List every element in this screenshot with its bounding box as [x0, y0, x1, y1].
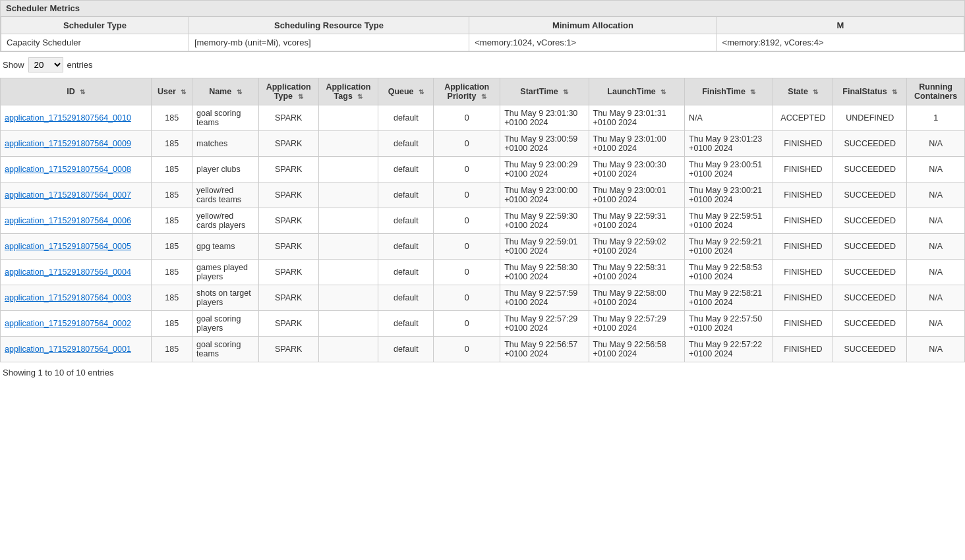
col-header-launchtime[interactable]: LaunchTime ⇅ [589, 78, 685, 105]
applications-table: ID ⇅ User ⇅ Name ⇅ Application Type ⇅ Ap… [0, 78, 965, 362]
scheduler-info-table: Scheduler Type Scheduling Resource Type … [1, 16, 964, 51]
application-link[interactable]: application_1715291807564_0005 [5, 242, 131, 251]
table-cell: Thu May 9 22:59:01 +0100 2024 [500, 234, 589, 260]
table-cell [318, 260, 378, 285]
col-header-state[interactable]: State ⇅ [773, 78, 833, 105]
table-cell: yellow/red cards players [192, 208, 259, 234]
max-allocation-value: <memory:8192, vCores:4> [716, 34, 964, 51]
col-header-apppriority[interactable]: Application Priority ⇅ [434, 78, 500, 105]
table-cell: 0 [434, 311, 500, 337]
col-header-id[interactable]: ID ⇅ [1, 78, 152, 105]
table-cell: Thu May 9 22:58:30 +0100 2024 [500, 260, 589, 285]
table-cell: 0 [434, 105, 500, 131]
table-cell: goal scoring players [192, 311, 259, 337]
application-link[interactable]: application_1715291807564_0001 [5, 345, 131, 354]
queue-sort-icon: ⇅ [419, 88, 424, 96]
col-header-finishtime[interactable]: FinishTime ⇅ [685, 78, 773, 105]
table-cell: Thu May 9 23:00:29 +0100 2024 [500, 157, 589, 182]
application-link[interactable]: application_1715291807564_0004 [5, 267, 131, 277]
col-header-apptype[interactable]: Application Type ⇅ [258, 78, 318, 105]
min-allocation-header: Minimum Allocation [469, 17, 716, 34]
col-header-starttime[interactable]: StartTime ⇅ [500, 78, 589, 105]
apptype-sort-icon: ⇅ [298, 93, 303, 100]
table-cell: Thu May 9 22:57:59 +0100 2024 [500, 285, 589, 311]
table-cell: player clubs [192, 157, 259, 182]
application-link[interactable]: application_1715291807564_0002 [5, 319, 131, 328]
table-cell[interactable]: application_1715291807564_0008 [1, 157, 152, 182]
table-cell[interactable]: application_1715291807564_0010 [1, 105, 152, 131]
table-cell [318, 337, 378, 362]
table-row: application_1715291807564_0007185yellow/… [1, 182, 965, 208]
table-cell: FINISHED [773, 131, 833, 157]
table-cell: default [378, 337, 434, 362]
application-link[interactable]: application_1715291807564_0003 [5, 293, 131, 302]
table-cell: SPARK [258, 285, 318, 311]
col-header-user[interactable]: User ⇅ [152, 78, 192, 105]
table-row: application_1715291807564_0005185gpg tea… [1, 234, 965, 260]
table-cell: FINISHED [773, 234, 833, 260]
table-cell: 185 [152, 208, 192, 234]
table-cell[interactable]: application_1715291807564_0004 [1, 260, 152, 285]
application-link[interactable]: application_1715291807564_0006 [5, 216, 131, 225]
table-cell [318, 157, 378, 182]
table-cell: SPARK [258, 260, 318, 285]
table-cell: Thu May 9 23:00:30 +0100 2024 [589, 157, 685, 182]
table-cell: SUCCEEDED [833, 208, 907, 234]
table-cell: goal scoring teams [192, 337, 259, 362]
max-allocation-header: M [716, 17, 964, 34]
table-cell: SUCCEEDED [833, 311, 907, 337]
scheduling-resource-value: [memory-mb (unit=Mi), vcores] [189, 34, 469, 51]
table-cell[interactable]: application_1715291807564_0001 [1, 337, 152, 362]
table-row: application_1715291807564_0002185goal sc… [1, 311, 965, 337]
min-allocation-value: <memory:1024, vCores:1> [469, 34, 716, 51]
table-cell[interactable]: application_1715291807564_0002 [1, 311, 152, 337]
table-row: application_1715291807564_0010185goal sc… [1, 105, 965, 131]
table-cell: matches [192, 131, 259, 157]
table-cell: goal scoring teams [192, 105, 259, 131]
table-cell [318, 208, 378, 234]
table-cell: 0 [434, 337, 500, 362]
table-footer: Showing 1 to 10 of 10 entries [0, 362, 965, 383]
table-cell: Thu May 9 22:57:29 +0100 2024 [589, 311, 685, 337]
table-cell: default [378, 311, 434, 337]
table-cell: SUCCEEDED [833, 182, 907, 208]
table-cell: Thu May 9 23:00:00 +0100 2024 [500, 182, 589, 208]
table-cell: default [378, 285, 434, 311]
col-header-apptags[interactable]: Application Tags ⇅ [318, 78, 378, 105]
table-cell: FINISHED [773, 337, 833, 362]
table-cell: N/A [907, 311, 965, 337]
table-cell: default [378, 131, 434, 157]
table-cell[interactable]: application_1715291807564_0003 [1, 285, 152, 311]
show-entries-bar: Show 10 20 50 100 entries [0, 52, 965, 78]
col-header-finalstatus[interactable]: FinalStatus ⇅ [833, 78, 907, 105]
table-cell: Thu May 9 22:56:58 +0100 2024 [589, 337, 685, 362]
col-header-name[interactable]: Name ⇅ [192, 78, 259, 105]
application-link[interactable]: application_1715291807564_0009 [5, 139, 131, 148]
table-cell: games played players [192, 260, 259, 285]
table-cell: N/A [907, 285, 965, 311]
show-label: Show [3, 60, 24, 70]
col-header-queue[interactable]: Queue ⇅ [378, 78, 434, 105]
state-sort-icon: ⇅ [813, 88, 818, 96]
table-cell: ACCEPTED [773, 105, 833, 131]
table-cell: default [378, 157, 434, 182]
finalstatus-sort-icon: ⇅ [892, 88, 897, 96]
table-cell: FINISHED [773, 182, 833, 208]
table-cell: 185 [152, 234, 192, 260]
table-cell: UNDEFINED [833, 105, 907, 131]
table-cell: 0 [434, 234, 500, 260]
table-cell[interactable]: application_1715291807564_0006 [1, 208, 152, 234]
application-link[interactable]: application_1715291807564_0007 [5, 190, 131, 200]
entries-select[interactable]: 10 20 50 100 [28, 57, 63, 72]
application-link[interactable]: application_1715291807564_0008 [5, 165, 131, 174]
table-cell: 0 [434, 260, 500, 285]
table-cell [318, 105, 378, 131]
table-cell: Thu May 9 22:57:50 +0100 2024 [685, 311, 773, 337]
table-cell[interactable]: application_1715291807564_0007 [1, 182, 152, 208]
table-cell[interactable]: application_1715291807564_0009 [1, 131, 152, 157]
table-cell: 185 [152, 260, 192, 285]
table-cell: Thu May 9 23:00:59 +0100 2024 [500, 131, 589, 157]
table-cell[interactable]: application_1715291807564_0005 [1, 234, 152, 260]
id-sort-icon: ⇅ [80, 88, 85, 96]
application-link[interactable]: application_1715291807564_0010 [5, 113, 131, 123]
